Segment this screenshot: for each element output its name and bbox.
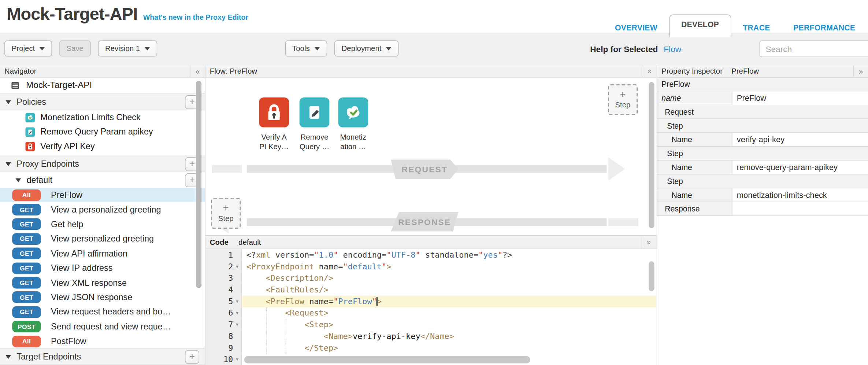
fold-caret-icon[interactable]: ▾	[233, 319, 241, 331]
flow-step-monetization-limits-check[interactable]: Monetization …	[337, 97, 369, 151]
property-row-response-empty: Response	[657, 202, 868, 216]
flow-panel-header: Flow: PreFlow »	[205, 65, 657, 77]
collapse-navigator-icon[interactable]: «	[190, 65, 205, 77]
nav-policy-verify-api-key[interactable]: Verify API Key	[0, 139, 205, 153]
save-button[interactable]: Save	[59, 40, 91, 56]
code-panel-subtitle: default	[238, 238, 261, 247]
fold-caret-icon[interactable]: ▾	[233, 296, 241, 307]
property-value-field[interactable]	[732, 202, 868, 215]
flow-step-label: Verify API Key…	[258, 132, 290, 151]
nav-flow-view-json-response[interactable]: GETView JSON response	[0, 290, 205, 305]
code-line-3[interactable]: 3 <Description/>	[205, 273, 657, 284]
nav-flow-view-api-affirmation[interactable]: GETView API affirmation	[0, 246, 205, 261]
code-line-9[interactable]: 9 </Step>	[205, 342, 657, 354]
nav-flow-view-ip-address[interactable]: GETView IP address	[0, 261, 205, 276]
collapse-inspector-icon[interactable]: »	[853, 65, 868, 77]
nav-flow-send-request-and-view-reque[interactable]: POSTSend request and view reque…	[0, 319, 205, 334]
property-section-step: Step	[657, 174, 868, 188]
method-badge: POST	[12, 321, 41, 332]
flow-step-remove-query-param-apikey[interactable]: RemoveQuery …	[298, 97, 331, 151]
nav-flow-get-help[interactable]: GETGet help	[0, 217, 205, 232]
deployment-button[interactable]: Deployment	[334, 40, 398, 56]
gutter: 10▾	[205, 354, 242, 365]
tab-trace[interactable]: TRACE	[731, 19, 782, 37]
property-section-request: Request	[657, 105, 868, 119]
revision-button[interactable]: Revision 1	[98, 40, 157, 56]
fold-caret-icon[interactable]: ▾	[233, 261, 241, 273]
nav-flow-postflow[interactable]: AllPostFlow	[0, 334, 205, 349]
add-target-endpoints-button[interactable]	[185, 350, 199, 364]
code-line-content: <?xml version="1.0" encoding="UTF-8" sta…	[242, 249, 657, 261]
nav-section-proxy-endpoints[interactable]: Proxy Endpoints	[0, 156, 205, 172]
fold-caret-icon[interactable]: ▾	[233, 307, 241, 319]
search-input[interactable]	[760, 40, 868, 57]
code-editor[interactable]: 1<?xml version="1.0" encoding="UTF-8" st…	[205, 249, 657, 365]
property-value-field[interactable]: monetization-limits-check	[732, 188, 868, 202]
project-button[interactable]: Project	[4, 40, 52, 56]
flow-step-label: Monetization …	[337, 132, 369, 151]
caret-down-icon	[5, 100, 11, 104]
nav-section-default[interactable]: default	[0, 172, 205, 188]
navigator-scrollbar[interactable]	[196, 81, 201, 288]
method-badge: GET	[12, 262, 41, 274]
method-badge: GET	[12, 306, 41, 318]
code-horizontal-scrollbar[interactable]	[244, 356, 530, 364]
code-line-2[interactable]: 2▾<ProxyEndpoint name="default">	[205, 261, 657, 273]
lock-icon	[259, 97, 289, 128]
request-banner: REQUEST	[391, 159, 458, 179]
property-inspector-title: Property Inspector	[661, 67, 723, 75]
request-arrow-stub	[212, 165, 242, 173]
code-line-content: <FaultRules/>	[242, 284, 657, 296]
gutter: 5▾	[205, 296, 242, 307]
nav-policy-monetization-limits-check[interactable]: Monetization Limits Check	[0, 110, 205, 125]
chevron-down-icon	[144, 47, 150, 50]
gutter: 7▾	[205, 319, 242, 331]
flow-step-verify-api-key[interactable]: Verify API Key…	[258, 97, 290, 151]
add-step-button-top[interactable]: Step	[608, 84, 638, 115]
nav-flow-preflow[interactable]: AllPreFlow	[0, 188, 205, 202]
nav-flow-view-request-headers-and-bo[interactable]: GETView request headers and bo…	[0, 305, 205, 319]
nav-section-policies[interactable]: Policies	[0, 93, 205, 110]
flow-canvas[interactable]: Verify API Key…RemoveQuery …Monetization…	[205, 78, 657, 236]
nav-flow-view-a-personalized-greeting[interactable]: GETView a personalized greeting	[0, 202, 205, 217]
property-row-name-monetization-limits-check: Namemonetization-limits-check	[657, 188, 868, 202]
gutter: 4	[205, 284, 242, 296]
request-arrowhead-icon	[608, 157, 625, 180]
tab-performance[interactable]: PERFORMANCE	[782, 19, 867, 37]
tab-develop[interactable]: DEVELOP	[669, 14, 731, 37]
code-line-8[interactable]: 8 <Name>verify-api-key</Name>	[205, 331, 657, 342]
chevron-down-icon	[386, 47, 392, 50]
help-flow-link[interactable]: Flow	[664, 44, 681, 54]
fold-caret-icon[interactable]: ▾	[233, 354, 241, 365]
tab-overview[interactable]: OVERVIEW	[603, 19, 669, 37]
caret-down-icon	[5, 355, 11, 359]
gutter: 1	[205, 249, 242, 261]
code-line-5[interactable]: 5▾ <PreFlow name="PreFlow">	[205, 296, 657, 307]
nav-root-mock-target-api[interactable]: Mock-Target-API	[0, 78, 205, 94]
page-title: Mock-Target-API	[7, 4, 137, 24]
code-vertical-scrollbar[interactable]	[649, 261, 654, 291]
indent-guide	[266, 307, 267, 354]
code-line-7[interactable]: 7▾ <Step>	[205, 319, 657, 331]
nav-flow-view-xml-response[interactable]: GETView XML response	[0, 276, 205, 290]
nav-section-target-endpoints[interactable]: Target Endpoints	[0, 349, 205, 365]
nav-policy-remove-query-param-apikey[interactable]: Remove Query Param apikey	[0, 125, 205, 139]
code-line-content: <Request>	[242, 307, 657, 319]
collapse-flow-icon[interactable]: »	[642, 65, 657, 77]
main-tabs: OVERVIEWDEVELOPTRACEPERFORMANCE	[603, 14, 867, 37]
chevron-down-icon	[39, 47, 45, 50]
gutter: 3	[205, 273, 242, 284]
flow-canvas-scrollbar[interactable]	[649, 82, 654, 228]
whats-new-link[interactable]: What's new in the Proxy Editor	[143, 13, 248, 22]
code-line-4[interactable]: 4 <FaultRules/>	[205, 284, 657, 296]
property-value-field[interactable]: verify-api-key	[732, 133, 868, 146]
tools-button[interactable]: Tools	[285, 40, 327, 56]
nav-flow-view-personalized-greeting[interactable]: GETView personalized greeting	[0, 232, 205, 246]
add-step-button-bottom[interactable]: Step	[211, 198, 241, 229]
code-line-6[interactable]: 6▾ <Request>	[205, 307, 657, 319]
collapse-code-icon[interactable]: »	[642, 236, 657, 249]
property-value-field[interactable]: remove-query-param-apikey	[732, 161, 868, 174]
property-inspector-subtitle: PreFlow	[731, 67, 759, 75]
property-value-field[interactable]: PreFlow	[732, 91, 868, 104]
code-line-1[interactable]: 1<?xml version="1.0" encoding="UTF-8" st…	[205, 249, 657, 261]
